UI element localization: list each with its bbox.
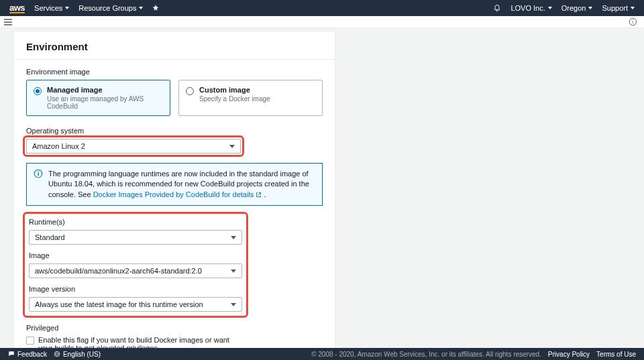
info-button[interactable]: i [622, 17, 644, 26]
chevron-down-icon [231, 236, 236, 239]
chevron-down-icon [139, 7, 143, 9]
env-image-label: Environment image [26, 68, 323, 76]
terms-link[interactable]: Terms of Use [596, 351, 636, 358]
radio-icon [34, 87, 42, 95]
globe-icon [54, 351, 60, 357]
alert-text: The programming language runtimes are no… [48, 169, 315, 200]
os-select-value: Amazon Linux 2 [32, 142, 85, 150]
feedback-icon [8, 351, 15, 357]
os-label: Operating system [26, 127, 323, 135]
info-icon [34, 169, 43, 178]
nav-services[interactable]: Services [34, 4, 69, 12]
top-nav: aws Services Resource Groups LOVO Inc. O… [0, 0, 644, 16]
privileged-label: Privileged [26, 324, 323, 332]
alert-link-text: Docker Images Provided by CodeBuild for … [93, 190, 254, 198]
language-text: English (US) [63, 351, 101, 358]
secondary-toolbar: i [0, 16, 644, 28]
footer: Feedback English (US) © 2008 - 2020, Ama… [0, 348, 644, 360]
runtime-select-value: Standard [35, 233, 65, 241]
footer-copyright: © 2008 - 2020, Amazon Web Services, Inc.… [311, 351, 541, 358]
aws-logo[interactable]: aws [9, 3, 25, 13]
privacy-link[interactable]: Privacy Policy [548, 351, 590, 358]
svg-text:i: i [632, 19, 633, 25]
managed-image-title: Managed image [47, 86, 163, 94]
nav-region-label: Oregon [561, 4, 586, 12]
chevron-down-icon [588, 7, 592, 9]
aws-logo-text: aws [9, 3, 25, 13]
highlight-runtime-group: Runtime(s) Standard Image aws/codebuild/… [26, 215, 245, 314]
highlight-os: Amazon Linux 2 [26, 139, 241, 154]
panel-header: Environment [14, 32, 335, 60]
panel-title: Environment [26, 41, 323, 52]
svg-rect-4 [38, 172, 38, 172]
chevron-down-icon [231, 269, 236, 273]
svg-rect-3 [38, 173, 38, 176]
environment-panel: Environment Environment image Managed im… [13, 31, 335, 360]
alert-part2: . [262, 190, 266, 198]
privileged-checkbox[interactable] [26, 337, 34, 345]
os-select[interactable]: Amazon Linux 2 [26, 139, 241, 154]
nav-support-label: Support [602, 4, 628, 12]
chevron-down-icon [231, 303, 236, 306]
nav-account-label: LOVO Inc. [511, 4, 545, 12]
image-version-label: Image version [29, 285, 242, 293]
runtime-label: Runtime(s) [29, 218, 242, 226]
chevron-down-icon [631, 7, 635, 9]
image-select-value: aws/codebuild/amazonlinux2-aarch64-stand… [35, 267, 202, 275]
hamburger-button[interactable] [0, 19, 16, 25]
runtime-select[interactable]: Standard [29, 230, 242, 245]
image-version-select-value: Always use the latest image for this run… [35, 300, 203, 308]
radio-icon [186, 87, 194, 95]
nav-account[interactable]: LOVO Inc. [511, 4, 551, 12]
nav-region[interactable]: Oregon [561, 4, 593, 12]
custom-image-title: Custom image [199, 86, 270, 94]
image-label: Image [29, 251, 242, 259]
chevron-down-icon [548, 7, 552, 9]
image-version-select[interactable]: Always use the latest image for this run… [29, 297, 242, 312]
nav-resource-groups[interactable]: Resource Groups [78, 4, 143, 12]
pin-icon[interactable] [152, 5, 159, 11]
env-image-options: Managed image Use an image managed by AW… [26, 80, 323, 116]
bell-icon[interactable] [493, 4, 501, 12]
feedback-text: Feedback [17, 351, 47, 358]
custom-image-card[interactable]: Custom image Specify a Docker image [178, 80, 323, 116]
main-content: Environment Environment image Managed im… [0, 28, 644, 360]
runtime-info-alert: The programming language runtimes are no… [26, 163, 323, 206]
managed-image-card[interactable]: Managed image Use an image managed by AW… [26, 80, 170, 116]
nav-services-label: Services [34, 4, 62, 12]
feedback-link[interactable]: Feedback [8, 351, 47, 358]
managed-image-sub: Use an image managed by AWS CodeBuild [47, 95, 163, 110]
image-select[interactable]: aws/codebuild/amazonlinux2-aarch64-stand… [29, 263, 242, 278]
nav-support[interactable]: Support [602, 4, 635, 12]
nav-resource-groups-label: Resource Groups [78, 4, 136, 12]
custom-image-sub: Specify a Docker image [199, 95, 270, 103]
alert-link[interactable]: Docker Images Provided by CodeBuild for … [93, 190, 262, 198]
chevron-down-icon [229, 145, 235, 148]
language-link[interactable]: English (US) [54, 351, 101, 358]
chevron-down-icon [65, 7, 69, 9]
